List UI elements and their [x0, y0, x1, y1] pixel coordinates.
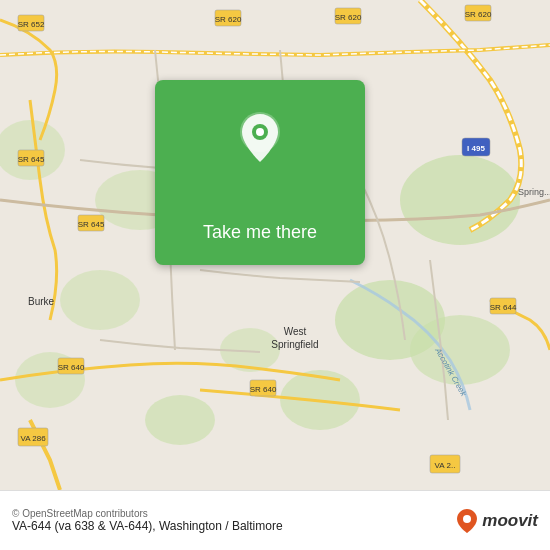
svg-text:Springfield: Springfield [271, 339, 318, 350]
svg-text:Burke: Burke [28, 296, 55, 307]
moovit-pin-icon [456, 508, 478, 534]
location-pin-icon [236, 110, 284, 170]
svg-text:SR 620: SR 620 [465, 10, 492, 19]
moovit-logo: moovit [456, 508, 538, 534]
svg-point-42 [256, 128, 264, 136]
svg-text:SR 620: SR 620 [335, 13, 362, 22]
svg-point-5 [145, 395, 215, 445]
svg-text:SR 652: SR 652 [18, 20, 45, 29]
moovit-text: moovit [482, 511, 538, 531]
osm-credit: © OpenStreetMap contributors [12, 508, 448, 519]
svg-point-6 [60, 270, 140, 330]
svg-text:VA 2..: VA 2.. [435, 461, 456, 470]
location-title: VA-644 (va 638 & VA-644), Washington / B… [12, 519, 448, 533]
bottom-bar: © OpenStreetMap contributors VA-644 (va … [0, 490, 550, 550]
take-me-there-button[interactable]: Take me there [155, 80, 365, 265]
svg-text:SR 644: SR 644 [490, 303, 517, 312]
svg-text:VA 286: VA 286 [20, 434, 46, 443]
take-me-there-label: Take me there [203, 222, 317, 243]
svg-text:SR 645: SR 645 [78, 220, 105, 229]
svg-text:SR 620: SR 620 [215, 15, 242, 24]
svg-text:Spring...: Spring... [518, 187, 550, 197]
svg-text:I 495: I 495 [467, 144, 485, 153]
svg-text:SR 640: SR 640 [250, 385, 277, 394]
svg-text:West: West [284, 326, 307, 337]
svg-text:SR 640: SR 640 [58, 363, 85, 372]
map-container: SR 652 SR 620 SR 620 SR 620 SR 645 SR 64… [0, 0, 550, 490]
svg-point-43 [463, 515, 471, 523]
svg-point-3 [410, 315, 510, 385]
svg-point-1 [400, 155, 520, 245]
svg-text:SR 645: SR 645 [18, 155, 45, 164]
